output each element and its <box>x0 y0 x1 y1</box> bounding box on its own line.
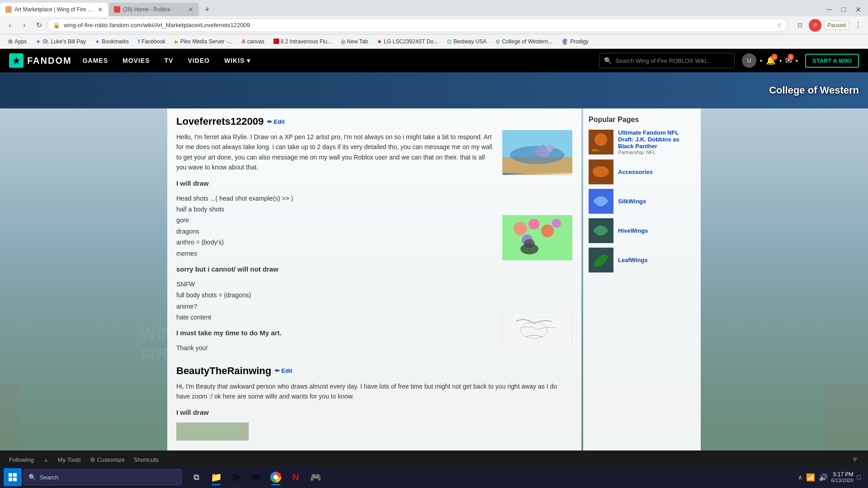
volume-icon[interactable]: 🔊 <box>819 473 828 482</box>
tab-close-2[interactable]: ✕ <box>188 6 193 13</box>
svg-point-19 <box>541 225 554 237</box>
browser-chrome: Art Marketplace | Wing of Fire R... ✕ (2… <box>0 0 868 49</box>
popular-item-3[interactable]: HiveWings <box>589 218 695 243</box>
mail-button[interactable]: ✉ <box>247 468 265 486</box>
nav-wikis[interactable]: WIKIS ▾ <box>221 55 254 66</box>
bookmark-prodigy[interactable]: 🔮 Prodigy <box>559 38 591 46</box>
message-dropdown-icon[interactable]: ▾ <box>796 58 798 63</box>
popular-name-1[interactable]: Accessories <box>618 169 695 175</box>
start-wiki-button[interactable]: START A WIKI <box>805 54 859 68</box>
netflix-button[interactable]: N <box>287 468 305 486</box>
canvas-icon: A <box>241 38 245 45</box>
collapse-bottom-bar[interactable]: ▼ <box>851 455 859 465</box>
bookmark-intravenous[interactable]: 🅿 8.2 Intravenous Flu... <box>271 38 335 46</box>
bookmark-plex[interactable]: ▶ Plex Media Server -... <box>172 38 235 46</box>
wiki-search-bar[interactable]: 🔍 <box>599 53 735 68</box>
nav-tv[interactable]: TV <box>160 55 177 66</box>
popular-name-4[interactable]: LeafWings <box>618 257 695 263</box>
fandom-navbar: FANDOM GAMES MOVIES TV VIDEO WIKIS ▾ 🔍 U… <box>0 49 868 72</box>
bookmark-facebook[interactable]: f Facebook <box>135 38 168 46</box>
address-bar[interactable]: 🔒 wing-of-fire-roblo.fandom.com/wiki/Art… <box>47 19 788 32</box>
bookmark-lg[interactable]: ★ LG LSC23924ST Do... <box>374 38 441 46</box>
edit-icon: ✏ <box>267 118 272 125</box>
start-button[interactable] <box>4 468 22 486</box>
reload-button[interactable]: ↻ <box>33 19 45 32</box>
nav-movies[interactable]: MOVIES <box>119 55 153 66</box>
svg-point-17 <box>514 222 527 235</box>
extensions-button[interactable]: ⊡ <box>793 19 806 32</box>
wiki-search-input[interactable] <box>615 57 730 64</box>
messages-icon[interactable]: ✉ 1 <box>785 56 792 66</box>
bookmark-newtab[interactable]: ◎ New Tab <box>338 38 371 46</box>
wiki-header-title: College of Western <box>769 84 859 96</box>
tab-inactive[interactable]: (28) Home - Roblox ✕ <box>108 3 199 16</box>
taskbar-search-bar[interactable]: 🔍 Search <box>24 469 182 485</box>
popular-item-0[interactable]: NFL Ultimate Fandom NFL Draft: J.K. Dobb… <box>589 129 695 155</box>
bookmark-canvas[interactable]: A canvas <box>239 38 267 46</box>
svg-rect-35 <box>9 473 12 477</box>
store-button[interactable]: 🛍 <box>227 468 245 486</box>
close-browser-button[interactable]: ✕ <box>852 3 864 16</box>
bookmark-college[interactable]: ⊙ College of Western... <box>493 38 555 46</box>
notifications-icon[interactable]: □ <box>857 474 861 481</box>
tab-close-1[interactable]: ✕ <box>98 6 103 13</box>
task-view-button[interactable]: ⧉ <box>187 468 205 486</box>
bookmark-canvas-label: canvas <box>247 38 264 45</box>
new-tab-button[interactable]: + <box>201 3 213 16</box>
following-link[interactable]: Following <box>9 456 34 463</box>
beauty-will-draw-heading: I will draw <box>176 407 572 418</box>
popular-name-2[interactable]: SilkWings <box>618 198 695 205</box>
taskbar-clock[interactable]: 5:17 PM 6/13/2020 <box>831 471 854 483</box>
bell-dropdown-icon[interactable]: ▾ <box>779 58 782 63</box>
customize-link[interactable]: ⚙ Customize <box>90 456 125 463</box>
settings-button[interactable]: ⋮ <box>852 19 864 32</box>
forward-button[interactable]: › <box>18 19 31 32</box>
popular-item-1[interactable]: Accessories <box>589 160 695 184</box>
svg-rect-26 <box>176 422 249 441</box>
popular-name-3[interactable]: HiveWings <box>618 227 695 234</box>
file-explorer-button[interactable]: 📁 <box>207 468 225 486</box>
fandom-logo[interactable]: FANDOM <box>9 53 72 68</box>
user-avatar[interactable]: U <box>742 53 756 68</box>
taskbar-icons: ⧉ 📁 🛍 ✉ N 🎮 <box>187 468 325 486</box>
user-dropdown-icon[interactable]: ▾ <box>760 58 762 63</box>
back-button[interactable]: ‹ <box>4 19 16 32</box>
svg-rect-6 <box>825 383 868 450</box>
chrome-button[interactable] <box>267 468 285 486</box>
edit-link-loveferrets[interactable]: ✏ Edit <box>267 118 285 125</box>
popular-item-4[interactable]: LeafWings <box>589 248 695 272</box>
tab-favicon-2 <box>114 6 120 13</box>
beauty-intro-para: Hi, I'm Beauty that awkward person who d… <box>176 381 572 402</box>
profile-icon[interactable]: P <box>809 19 821 32</box>
network-icon[interactable]: 📶 <box>806 473 815 482</box>
store-icon: 🛍 <box>231 472 241 483</box>
shortcuts-link[interactable]: Shortcuts <box>134 456 159 463</box>
bookmark-apps[interactable]: ⊞ Apps <box>5 38 29 46</box>
popular-item-2[interactable]: SilkWings <box>589 189 695 214</box>
svg-point-23 <box>524 239 535 248</box>
wont-draw-heading: sorry but i cannot/ will not draw <box>176 264 572 275</box>
my-tools-link[interactable]: My Tools <box>58 456 81 463</box>
nav-games[interactable]: GAMES <box>79 55 112 66</box>
popular-pages-heading: Popular Pages <box>589 116 695 124</box>
tab-active[interactable]: Art Marketplace | Wing of Fire R... ✕ <box>0 3 108 16</box>
roblox-button[interactable]: 🎮 <box>307 468 325 486</box>
taskbar-search-text: Search <box>40 474 58 481</box>
will-draw-item-1: half a body shots <box>176 204 572 214</box>
notifications-badge: 1 <box>771 54 778 60</box>
systray-chevron[interactable]: ∧ <box>798 474 802 481</box>
restore-button[interactable]: □ <box>837 3 850 16</box>
star-icon[interactable]: ☆ <box>777 22 782 28</box>
bookmark-bookmarks[interactable]: ★ Bookmarks <box>92 38 132 46</box>
popular-name-0[interactable]: Ultimate Fandom NFL Draft: J.K. Dobbins … <box>618 129 695 150</box>
bookmark-bestway[interactable]: ⊡ Bestway USA <box>444 38 489 46</box>
bookmark-stlukes[interactable]: ★ St. Luke's Bill Pay <box>33 38 89 46</box>
tab-title-1: Art Marketplace | Wing of Fire R... <box>14 6 95 13</box>
nav-video[interactable]: VIDEO <box>184 55 213 66</box>
notifications-bell[interactable]: 🔔 1 <box>766 56 776 66</box>
edit-link-beauty[interactable]: ✏ Edit <box>275 367 292 374</box>
bookmark-bookmarks-label: Bookmarks <box>102 38 129 45</box>
minimize-button[interactable]: ─ <box>823 3 835 16</box>
bookmark-apps-label: Apps <box>14 38 27 45</box>
newtab-icon: ◎ <box>341 38 345 45</box>
